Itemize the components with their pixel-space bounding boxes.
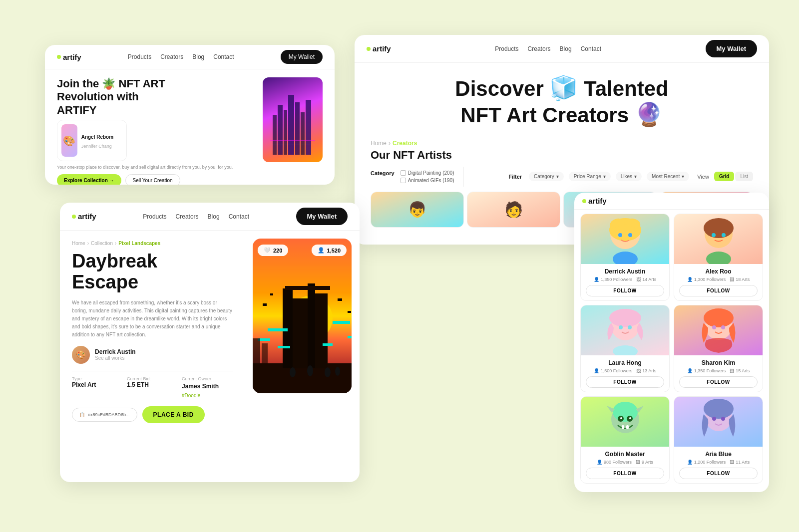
nav-products-3[interactable]: Products — [143, 213, 166, 220]
follow-btn-derrick[interactable]: FOLLOW — [586, 285, 664, 296]
person-icon-ar: 👤 — [687, 460, 693, 465]
nft-meta-owner: Current Owner: James Smith #Doodle — [182, 376, 233, 399]
filter-category-text: Category — [534, 174, 554, 179]
artist-stats-laura: 👤 1,500 Followers 🖼 13 Arts — [586, 368, 664, 373]
logo-dot-3 — [72, 215, 76, 219]
nav-blog-2[interactable]: Blog — [560, 45, 572, 52]
nft-owner-val-row: James Smith #Doodle — [182, 381, 233, 399]
nft-see-all[interactable]: See all works — [95, 355, 136, 361]
nav-blog-3[interactable]: Blog — [208, 213, 220, 220]
homepage-nav-links: Products Creators Blog Contact — [128, 53, 234, 60]
view-list-btn[interactable]: List — [735, 172, 753, 181]
follow-btn-aria[interactable]: FOLLOW — [679, 468, 758, 479]
wallet-button-1[interactable]: My Wallet — [281, 50, 323, 64]
follow-btn-laura[interactable]: FOLLOW — [586, 376, 664, 388]
address-button[interactable]: 📋 ox89cEdBDABD6b... — [72, 408, 137, 422]
artists-row-2: Laura Hong 👤 1,500 Followers 🖼 13 Arts — [580, 305, 763, 392]
nav-creators-1[interactable]: Creators — [160, 53, 183, 60]
svg-rect-13 — [293, 298, 308, 368]
art-icon-s: 🖼 — [730, 368, 734, 373]
svg-point-47 — [619, 325, 623, 329]
svg-point-53 — [721, 325, 725, 329]
derrick-arts: 🖼 14 Arts — [636, 277, 656, 282]
artist-name-goblin: Goblin Master — [586, 451, 664, 458]
nft-meta-divider — [72, 371, 233, 371]
derrick-followers: 👤 1,350 Followers — [594, 277, 633, 282]
svg-point-39 — [613, 252, 638, 264]
sell-button[interactable]: Sell Your Creation — [125, 174, 180, 185]
place-bid-button[interactable]: PLACE A BID — [142, 406, 205, 423]
nft-bc-collection[interactable]: Collection — [91, 241, 113, 246]
svg-rect-9 — [270, 145, 315, 145]
hero-image-hp — [263, 77, 323, 162]
nft-stats-overlay: 🤍 220 👤 1,520 — [258, 245, 347, 256]
artist-stats-aria: 👤 1,200 Followers 🖼 11 Arts — [679, 460, 758, 465]
nav-contact-1[interactable]: Contact — [213, 53, 234, 60]
nft-bc-pixel: Pixel Landscapes — [118, 241, 160, 246]
preview-img-2: 🧑 — [467, 192, 560, 227]
sharon-followers-text: 1,350 Followers — [694, 368, 726, 373]
follow-btn-alex[interactable]: FOLLOW — [679, 285, 758, 296]
filter-recent-pill[interactable]: Most Recent ▾ — [647, 172, 689, 181]
nav-creators-2[interactable]: Creators — [528, 45, 551, 52]
creators-nav-links: Products Creators Blog Contact — [495, 45, 601, 52]
aria-arts-text: 11 Arts — [736, 460, 750, 465]
checkbox-animated-gifs[interactable]: Animated GIFs (190) — [400, 178, 454, 183]
checkbox-box-2[interactable] — [400, 178, 406, 183]
nav-contact-2[interactable]: Contact — [581, 45, 601, 52]
alex-arts-text: 18 Arts — [736, 277, 750, 282]
artist-card-laura: Laura Hong 👤 1,500 Followers 🖼 13 Arts — [580, 305, 670, 392]
breadcrumb-home[interactable]: Home — [371, 140, 387, 147]
nav-creators-3[interactable]: Creators — [176, 213, 199, 220]
creators-logo: artify — [367, 44, 391, 53]
checkbox-box-1[interactable] — [400, 170, 406, 176]
discover-emoji: 🧊 — [549, 75, 578, 101]
artist-stats-derrick: 👤 1,350 Followers 🖼 14 Arts — [586, 277, 664, 282]
homepage-navbar: artify Products Creators Blog Contact My… — [45, 45, 335, 69]
alex-followers-text: 1,300 Followers — [694, 277, 726, 282]
panel-artists-grid: artify — [574, 193, 769, 492]
logo-dot-4 — [582, 199, 586, 203]
alex-followers: 👤 1,300 Followers — [687, 277, 726, 282]
wallet-button-2[interactable]: My Wallet — [706, 40, 757, 57]
hero-desc: Your one-stop place to discover, buy and… — [57, 164, 255, 171]
nft-main-image: 🤍 220 👤 1,520 — [253, 239, 352, 393]
nft-artist-info: Derrick Austin See all works — [95, 348, 136, 361]
svg-point-46 — [609, 309, 641, 327]
nft-bc-home[interactable]: Home — [72, 241, 85, 246]
svg-rect-63 — [626, 425, 629, 429]
sharon-arts: 🖼 15 Arts — [730, 368, 750, 373]
address-text: ox89cEdBDABD6b... — [88, 412, 130, 417]
preview-card-2[interactable]: 🧑 — [467, 192, 560, 228]
hero-line4: ARTIFY — [57, 104, 96, 116]
svg-rect-4 — [288, 95, 294, 155]
nav-contact-3[interactable]: Contact — [229, 213, 249, 220]
preview-card-1[interactable]: 👦 — [371, 192, 464, 228]
likes-count: 220 — [273, 248, 282, 254]
svg-rect-2 — [278, 105, 283, 155]
artists-row-3: Goblin Master 👤 980 Followers 🖼 9 Arts — [580, 396, 763, 484]
user-card: 🎨 Angel Rebom Jennifer Chang — [57, 120, 127, 161]
artist-card-derrick: Derrick Austin 👤 1,350 Followers 🖼 14 Ar… — [580, 214, 670, 301]
checkbox-digital-painting[interactable]: Digital Painting (200) — [400, 170, 454, 176]
nav-products-2[interactable]: Products — [495, 45, 518, 52]
wallet-button-3[interactable]: My Wallet — [296, 208, 348, 225]
artists-row-1: Derrick Austin 👤 1,350 Followers 🖼 14 Ar… — [580, 214, 763, 301]
user-info-hp: Angel Rebom Jennifer Chang — [81, 132, 122, 150]
filter-category-pill[interactable]: Category ▾ — [529, 172, 564, 181]
filter-likes-pill[interactable]: Likes ▾ — [616, 172, 642, 181]
follow-btn-sharon[interactable]: FOLLOW — [679, 376, 758, 388]
nav-blog-1[interactable]: Blog — [192, 53, 204, 60]
goblin-arts: 🖼 9 Arts — [636, 460, 653, 465]
svg-rect-6 — [301, 112, 305, 155]
filter-recent-chevron: ▾ — [682, 174, 684, 179]
explore-button[interactable]: Explore Collection → — [57, 174, 121, 185]
follow-btn-goblin[interactable]: FOLLOW — [586, 468, 664, 479]
svg-rect-3 — [284, 110, 287, 155]
artists-section-title: Our NFT Artists — [355, 149, 769, 162]
checkbox-label-1: Digital Painting (200) — [408, 170, 454, 176]
creators-logo-text: artify — [373, 44, 391, 53]
view-grid-btn[interactable]: Grid — [714, 172, 735, 181]
filter-price-pill[interactable]: Price Range ▾ — [569, 172, 611, 181]
nav-products-1[interactable]: Products — [128, 53, 151, 60]
